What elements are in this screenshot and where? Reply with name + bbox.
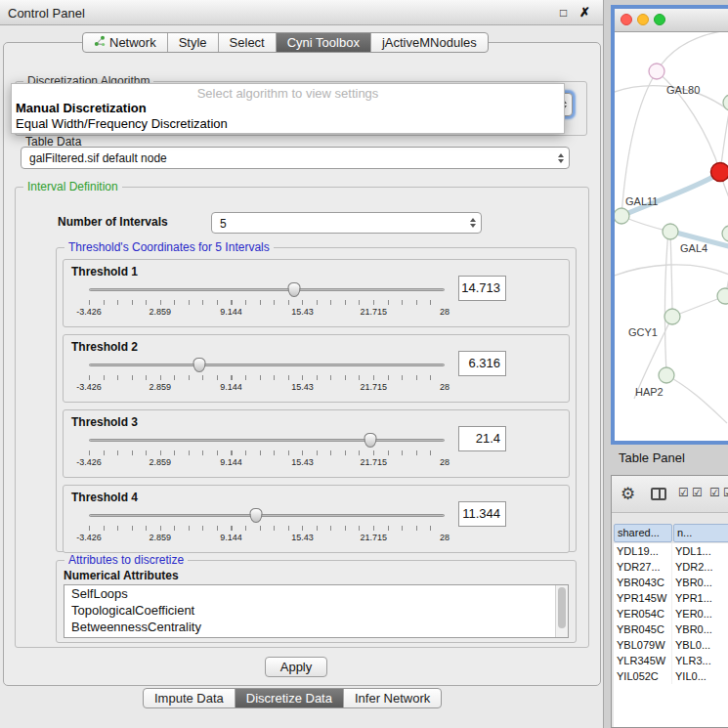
slider-track[interactable]: [89, 288, 445, 291]
attribute-list-item[interactable]: TopologicalCoefficient: [64, 602, 568, 619]
table-header-row: shared... n...: [614, 524, 728, 542]
network-node[interactable]: [723, 95, 728, 110]
network-node[interactable]: [649, 64, 664, 79]
tab-style[interactable]: Style: [168, 33, 219, 52]
slider-thumb[interactable]: [250, 508, 263, 523]
control-panel-titlebar: Control Panel □ ✗: [0, 0, 603, 25]
minimize-traffic-light-icon[interactable]: [637, 14, 649, 25]
threshold-slider[interactable]: -3.4262.8599.14415.4321.71528: [89, 279, 445, 322]
tab-jactivemnodules[interactable]: jActiveMNodules: [371, 33, 488, 52]
table-body[interactable]: YDL19...YDL1...YDR27...YDR2...YBR043CYBR…: [614, 543, 728, 727]
network-canvas[interactable]: GAL80 GAL11 GAL4 GCY1 HAP2: [615, 32, 728, 441]
spinner-stepper-icon[interactable]: [470, 218, 476, 228]
combobox-stepper-icon[interactable]: [558, 153, 564, 163]
table-cell: YBL079W: [614, 637, 672, 653]
numerical-attributes-list[interactable]: SelfLoopsTopologicalCoefficientBetweenne…: [64, 584, 569, 638]
columns-icon[interactable]: [651, 488, 666, 500]
threshold-label: Threshold 1: [71, 265, 138, 278]
table-cell: YIL052C: [614, 668, 672, 684]
list-scrollbar[interactable]: [555, 585, 568, 637]
tab-select[interactable]: Select: [219, 33, 277, 52]
scrollbar-thumb[interactable]: [558, 587, 566, 628]
tab-impute-data[interactable]: Impute Data: [144, 689, 236, 707]
network-node[interactable]: [663, 224, 678, 239]
table-panel-toolbar: ⚙ ☑ ☑ ☑ ☑: [612, 476, 728, 513]
attributes-group: Attributes to discretize Numerical Attri…: [56, 560, 577, 643]
network-node[interactable]: [659, 367, 674, 383]
table-cell: YDL1...: [672, 543, 728, 559]
threshold-value-field[interactable]: 11.344: [458, 501, 506, 527]
slider-scale-label: -3.426: [76, 307, 102, 317]
checkbox-icon[interactable]: ☑: [678, 486, 689, 499]
network-node[interactable]: [615, 208, 629, 224]
panel-title: Control Panel: [8, 6, 85, 21]
checkbox-icon[interactable]: ☑: [692, 486, 703, 499]
slider-scale-label: 21.715: [360, 382, 387, 392]
interval-definition-group: Interval Definition Number of Intervals …: [15, 187, 589, 648]
table-row[interactable]: YBL079WYBL0...: [614, 637, 728, 653]
dropdown-placeholder-option[interactable]: Select algorithm to view settings: [12, 84, 564, 101]
table-cell: YER054C: [614, 606, 672, 621]
float-panel-icon[interactable]: □: [560, 6, 567, 20]
threshold-slider[interactable]: -3.4262.8599.14415.4321.71528: [89, 430, 445, 473]
network-node[interactable]: [717, 288, 728, 304]
thresholds-group-title: Threshold's Coordinates for 5 Intervals: [64, 240, 274, 254]
network-node[interactable]: [664, 309, 680, 324]
attribute-list-item[interactable]: SelfLoops: [64, 585, 568, 602]
tab-discretize-data[interactable]: Discretize Data: [236, 689, 344, 707]
slider-scale-label: 2.859: [150, 533, 172, 542]
gear-icon[interactable]: ⚙: [621, 484, 635, 504]
slider-thumb[interactable]: [364, 433, 376, 448]
table-row[interactable]: YBR045CYBR0...: [614, 621, 728, 637]
apply-button[interactable]: Apply: [265, 657, 327, 677]
table-row[interactable]: YDL19...YDL1...: [614, 543, 728, 559]
slider-track[interactable]: [89, 364, 445, 366]
slider-track[interactable]: [89, 514, 445, 517]
tab-cyni-toolbox[interactable]: Cyni Toolbox: [277, 33, 371, 52]
table-header-name[interactable]: n...: [673, 524, 728, 542]
table-row[interactable]: YDR27...YDR2...: [614, 559, 728, 575]
tab-label: Discretize Data: [246, 691, 332, 706]
table-cell: YDL19...: [614, 543, 672, 559]
network-node[interactable]: [722, 226, 728, 241]
slider-track[interactable]: [89, 439, 445, 442]
threshold-slider[interactable]: -3.4262.8599.14415.4321.71528: [89, 355, 445, 398]
slider-thumb[interactable]: [288, 282, 301, 297]
table-row[interactable]: YLR345WYLR3...: [614, 653, 728, 668]
zoom-traffic-light-icon[interactable]: [654, 14, 665, 25]
table-row[interactable]: YER054CYER0...: [614, 606, 728, 621]
tab-network[interactable]: Network: [83, 33, 168, 52]
network-view-window: GAL80 GAL11 GAL4 GCY1 HAP2: [611, 5, 728, 445]
table-data-combobox[interactable]: galFiltered.sif default node: [21, 147, 570, 169]
close-traffic-light-icon[interactable]: [621, 14, 632, 25]
node-label: GAL80: [666, 84, 700, 96]
slider-thumb[interactable]: [193, 358, 205, 372]
network-window-titlebar[interactable]: [615, 9, 728, 32]
number-of-intervals-spinner[interactable]: 5: [211, 212, 482, 234]
bottom-tab-bar: Impute DataDiscretize DataInfer Network: [143, 688, 442, 708]
dropdown-option-equal-width-frequency[interactable]: Equal Width/Frequency Discretization: [12, 116, 564, 132]
threshold-value-field[interactable]: 14.713: [458, 276, 506, 301]
tab-label: jActiveMNodules: [382, 35, 477, 50]
checkbox-icon[interactable]: ☑: [723, 486, 728, 499]
table-cell: YER0...: [672, 606, 728, 621]
table-panel-title: Table Panel: [619, 450, 685, 465]
threshold-value-field[interactable]: 21.4: [458, 426, 506, 451]
table-header-shared-name[interactable]: shared...: [614, 524, 672, 542]
checkbox-icon[interactable]: ☑: [709, 486, 720, 499]
table-row[interactable]: YPR145WYPR1...: [614, 590, 728, 606]
table-cell: YBR045C: [614, 621, 672, 637]
dropdown-option-manual-discretization[interactable]: Manual Discretization: [12, 101, 564, 116]
table-row[interactable]: YBR043CYBR0...: [614, 575, 728, 590]
table-cell: YBR0...: [672, 621, 728, 637]
close-panel-icon[interactable]: ✗: [579, 5, 590, 20]
slider-scale-label: -3.426: [76, 382, 102, 392]
network-node-selected-red[interactable]: [711, 163, 728, 182]
tab-label: Select: [230, 35, 265, 50]
table-cell: YIL0...: [672, 668, 728, 684]
threshold-slider[interactable]: -3.4262.8599.14415.4321.71528: [89, 505, 445, 548]
table-row[interactable]: YIL052CYIL0...: [614, 668, 728, 684]
tab-infer-network[interactable]: Infer Network: [344, 689, 441, 707]
threshold-value-field[interactable]: 6.316: [458, 351, 506, 376]
attribute-list-item[interactable]: BetweennessCentrality: [64, 619, 568, 635]
